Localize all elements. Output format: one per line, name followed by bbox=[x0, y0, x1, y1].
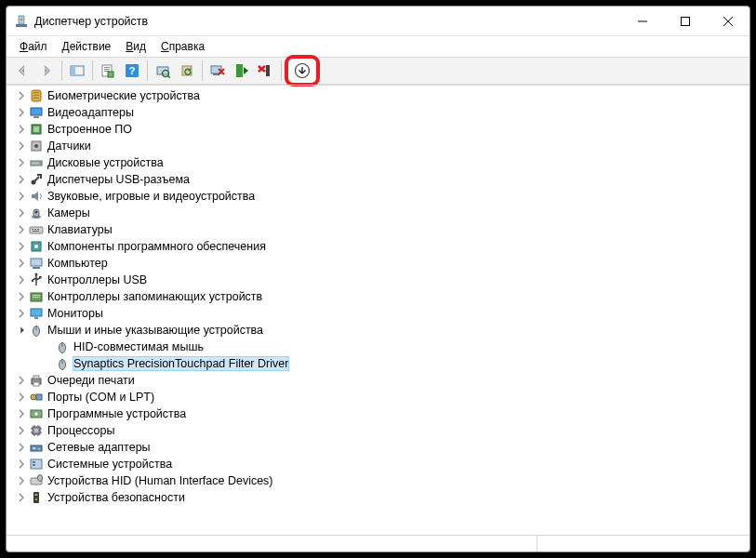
expand-icon[interactable] bbox=[14, 222, 29, 237]
menu-view[interactable]: Вид bbox=[118, 38, 153, 55]
device-manager-window: Диспетчер устройств Файл Действие Вид Сп… bbox=[6, 6, 750, 552]
tree-node-label: Компьютер bbox=[47, 257, 108, 270]
svg-rect-38 bbox=[30, 227, 43, 233]
svg-rect-39 bbox=[32, 229, 33, 230]
expand-icon[interactable] bbox=[14, 490, 29, 505]
svg-point-37 bbox=[35, 211, 38, 214]
help-button[interactable]: ? bbox=[121, 60, 143, 82]
expand-icon[interactable] bbox=[14, 423, 29, 438]
expand-icon[interactable] bbox=[14, 155, 29, 170]
expand-icon[interactable] bbox=[14, 440, 29, 455]
tree-node[interactable]: Звуковые, игровые и видеоустройства bbox=[7, 188, 749, 205]
tree-node[interactable]: Биометрические устройства bbox=[7, 87, 749, 104]
svg-point-87 bbox=[35, 498, 37, 500]
titlebar[interactable]: Диспетчер устройств bbox=[7, 7, 749, 36]
expand-icon[interactable] bbox=[14, 390, 29, 405]
expand-icon[interactable] bbox=[14, 206, 29, 220]
device-tree[interactable]: Биометрические устройстваВидеоадаптерыВс… bbox=[7, 85, 749, 535]
expand-icon[interactable] bbox=[14, 189, 29, 204]
tree-node[interactable]: Камеры bbox=[7, 205, 749, 221]
tree-node-label: Компоненты программного обеспечения bbox=[47, 240, 266, 253]
tree-node[interactable]: Мыши и иные указывающие устройства bbox=[7, 322, 749, 339]
properties-button[interactable] bbox=[97, 60, 119, 82]
tree-child-node[interactable]: HID-совместимая мышь bbox=[7, 339, 749, 355]
app-icon bbox=[14, 14, 29, 29]
biometric-icon bbox=[29, 88, 44, 103]
collapse-icon[interactable] bbox=[14, 323, 29, 338]
scan-hardware-button[interactable] bbox=[152, 60, 174, 82]
separator bbox=[281, 60, 282, 81]
expand-icon[interactable] bbox=[14, 457, 29, 472]
forward-button[interactable] bbox=[35, 60, 58, 82]
svg-rect-4 bbox=[682, 17, 690, 25]
tree-node[interactable]: Встроенное ПО bbox=[7, 121, 749, 138]
svg-text:?: ? bbox=[129, 65, 136, 76]
mouse-icon bbox=[55, 356, 70, 371]
tree-node[interactable]: Датчики bbox=[7, 138, 749, 154]
enable-device-button[interactable] bbox=[231, 60, 253, 82]
menu-help[interactable]: Справка bbox=[153, 38, 212, 55]
tree-node[interactable]: Клавиатуры bbox=[7, 221, 749, 238]
maximize-button[interactable] bbox=[664, 7, 707, 36]
menu-action[interactable]: Действие bbox=[55, 38, 119, 55]
expand-icon[interactable] bbox=[14, 306, 29, 321]
tree-node[interactable]: Программные устройства bbox=[7, 405, 749, 422]
svg-rect-65 bbox=[36, 394, 42, 400]
tree-node[interactable]: Порты (COM и LPT) bbox=[7, 389, 749, 405]
expand-icon[interactable] bbox=[14, 88, 29, 103]
tree-node[interactable]: Компоненты программного обеспечения bbox=[7, 238, 749, 255]
disable-device-button[interactable] bbox=[255, 60, 277, 82]
tree-node[interactable]: Устройства HID (Human Interface Devices) bbox=[7, 472, 749, 489]
tree-node[interactable]: Мониторы bbox=[7, 305, 749, 322]
expand-icon[interactable] bbox=[14, 373, 29, 388]
tree-node-label: Клавиатуры bbox=[47, 223, 113, 236]
tree-child-node[interactable]: Synaptics PrecisionTouchpad Filter Drive… bbox=[7, 355, 749, 372]
svg-rect-40 bbox=[34, 229, 36, 230]
expand-icon[interactable] bbox=[14, 406, 29, 421]
close-button[interactable] bbox=[707, 7, 749, 36]
show-hide-console-button[interactable] bbox=[66, 60, 88, 82]
minimize-button[interactable] bbox=[621, 7, 664, 36]
uninstall-button[interactable] bbox=[206, 60, 229, 82]
svg-rect-49 bbox=[39, 276, 42, 279]
tree-node-label: Сетевые адаптеры bbox=[47, 441, 151, 454]
tree-node[interactable]: Системные устройства bbox=[7, 456, 749, 472]
tree-node[interactable]: Диспетчеры USB-разъема bbox=[7, 171, 749, 188]
svg-rect-45 bbox=[31, 259, 42, 266]
tree-node[interactable]: Сетевые адаптеры bbox=[7, 439, 749, 456]
tree-node-label: Порты (COM и LPT) bbox=[47, 391, 154, 404]
highlighted-toolbar-button bbox=[285, 55, 320, 86]
svg-rect-54 bbox=[34, 317, 38, 319]
svg-rect-80 bbox=[31, 459, 42, 469]
tree-node[interactable]: Видеоадаптеры bbox=[7, 104, 749, 121]
svg-rect-86 bbox=[35, 494, 38, 496]
expand-icon[interactable] bbox=[14, 139, 29, 153]
svg-rect-63 bbox=[33, 382, 39, 386]
tree-node[interactable]: Контроллеры запоминающих устройств bbox=[7, 288, 749, 305]
expand-icon[interactable] bbox=[14, 473, 29, 488]
expand-icon[interactable] bbox=[14, 256, 29, 271]
tree-node[interactable]: Компьютер bbox=[7, 255, 749, 272]
mouse-icon bbox=[55, 339, 70, 354]
expand-icon[interactable] bbox=[14, 272, 29, 287]
back-button[interactable] bbox=[11, 60, 33, 82]
expand-icon[interactable] bbox=[14, 122, 29, 137]
window-controls bbox=[621, 7, 749, 36]
tree-node-label: Диспетчеры USB-разъема bbox=[47, 173, 190, 186]
svg-point-31 bbox=[34, 144, 38, 148]
tree-node[interactable]: Контроллеры USB bbox=[7, 272, 749, 288]
expand-icon[interactable] bbox=[14, 239, 29, 254]
tree-node[interactable]: Устройства безопасности bbox=[7, 489, 749, 506]
tree-node[interactable]: Дисковые устройства bbox=[7, 154, 749, 171]
menu-file[interactable]: Файл bbox=[12, 38, 55, 55]
svg-point-48 bbox=[32, 280, 33, 282]
tree-node[interactable]: Очереди печати bbox=[7, 372, 749, 389]
svg-rect-68 bbox=[34, 429, 38, 432]
tree-node[interactable]: Процессоры bbox=[7, 422, 749, 439]
add-legacy-hardware-button[interactable] bbox=[291, 60, 313, 82]
update-driver-button[interactable] bbox=[176, 60, 198, 82]
expand-icon[interactable] bbox=[14, 289, 29, 304]
svg-rect-23 bbox=[266, 65, 270, 76]
expand-icon[interactable] bbox=[14, 105, 29, 120]
expand-icon[interactable] bbox=[14, 172, 29, 187]
